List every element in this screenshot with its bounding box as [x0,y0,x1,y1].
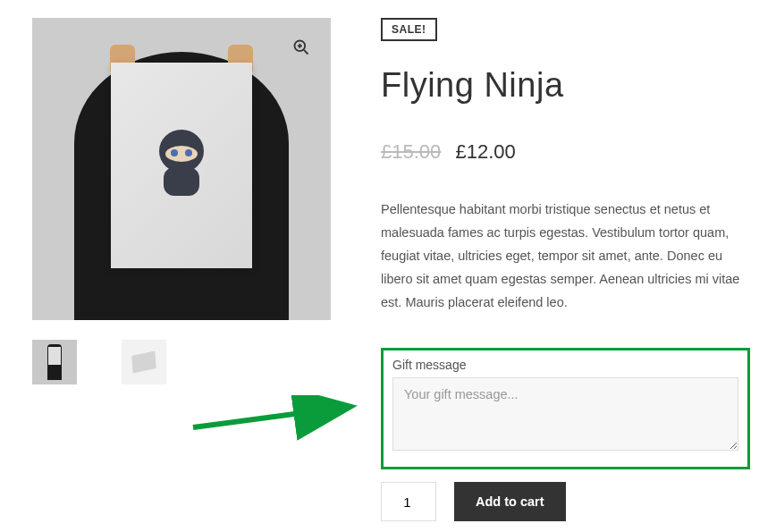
add-to-cart-button[interactable]: Add to cart [454,482,566,521]
magnify-plus-icon[interactable] [290,36,313,59]
product-price: £15.00 £12.00 [381,140,750,164]
gift-message-box: Gift message [381,348,750,469]
svg-line-1 [304,50,308,55]
thumbnail-1[interactable] [32,340,77,384]
price-new: £12.00 [455,140,515,163]
product-thumbnails [32,340,336,384]
sale-badge: SALE! [381,18,437,41]
price-old: £15.00 [381,140,441,163]
product-main-image[interactable] [32,18,331,320]
gift-message-input[interactable] [392,377,738,451]
gift-message-label: Gift message [392,358,738,372]
quantity-stepper[interactable] [381,482,436,521]
product-summary: SALE! Flying Ninja £15.00 £12.00 Pellent… [381,18,750,521]
product-title: Flying Ninja [381,66,750,105]
product-gallery [32,18,336,521]
thumbnail-2[interactable] [122,340,166,384]
product-description: Pellentesque habitant morbi tristique se… [381,198,750,314]
